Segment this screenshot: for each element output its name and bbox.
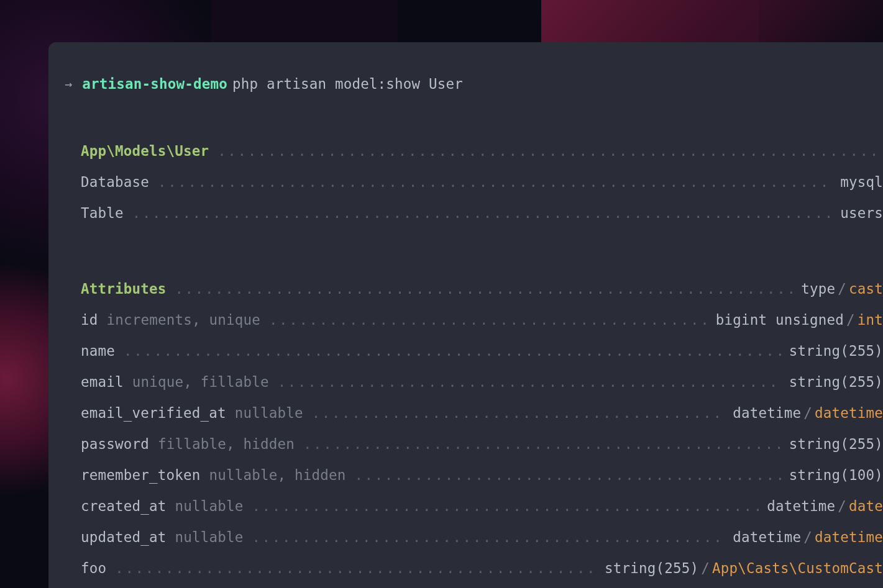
table-label: Table bbox=[81, 205, 124, 221]
attribute-meta: nullable bbox=[235, 405, 303, 421]
dot-leader: ........................................… bbox=[175, 281, 794, 297]
attribute-name: id bbox=[81, 312, 98, 328]
attribute-type: string(255) bbox=[789, 343, 883, 359]
database-row: Database ...............................… bbox=[81, 174, 883, 190]
attribute-type: string(255) bbox=[789, 436, 883, 452]
attribute-meta: increments, unique bbox=[107, 312, 260, 328]
attribute-row: created_atnullable......................… bbox=[81, 498, 883, 514]
dot-leader: ........................................… bbox=[132, 205, 834, 221]
dot-leader: ........................................… bbox=[312, 405, 726, 421]
attributes-header-row: Attributes .............................… bbox=[81, 281, 883, 297]
attribute-row: passwordfillable, hidden................… bbox=[81, 436, 883, 452]
type-cast-separator: / bbox=[838, 498, 846, 514]
attribute-meta: nullable, hidden bbox=[209, 467, 345, 483]
attribute-row: foo.....................................… bbox=[81, 560, 883, 576]
attribute-type: string(255) bbox=[789, 374, 883, 390]
dot-leader: ........................................… bbox=[278, 374, 782, 390]
dot-leader: ........................................… bbox=[252, 498, 760, 514]
database-value: mysql bbox=[840, 174, 883, 190]
database-label: Database bbox=[81, 174, 149, 190]
attributes-type-header: type bbox=[801, 281, 835, 297]
type-cast-separator: / bbox=[803, 529, 812, 545]
attribute-cast: App\Casts\CustomCast bbox=[712, 560, 883, 576]
table-row: Table ..................................… bbox=[81, 205, 883, 221]
attribute-name: email bbox=[81, 374, 124, 390]
attribute-meta: nullable bbox=[175, 529, 243, 545]
attribute-row: email_verified_atnullable...............… bbox=[81, 405, 883, 421]
dot-leader: ........................................… bbox=[303, 436, 782, 452]
attribute-cast: date bbox=[849, 498, 883, 514]
attribute-meta: fillable, hidden bbox=[158, 436, 295, 452]
attribute-name: password bbox=[81, 436, 149, 452]
attribute-cast: datetime bbox=[815, 529, 883, 545]
terminal-window: → artisan-show-demo php artisan model:sh… bbox=[48, 42, 883, 588]
dot-leader: ........................................… bbox=[217, 143, 883, 159]
attribute-cast: int bbox=[858, 312, 883, 328]
attribute-meta: nullable bbox=[175, 498, 243, 514]
attribute-name: name bbox=[81, 343, 115, 359]
attribute-row: updated_atnullable......................… bbox=[81, 529, 883, 545]
attribute-row: emailunique, fillable...................… bbox=[81, 374, 883, 390]
attribute-name: email_verified_at bbox=[81, 405, 226, 421]
attribute-cast: datetime bbox=[815, 405, 883, 421]
attribute-type: datetime bbox=[733, 529, 801, 545]
attribute-meta: unique, fillable bbox=[132, 374, 269, 390]
dot-leader: ........................................… bbox=[124, 343, 782, 359]
prompt-arrow-icon: → bbox=[65, 76, 72, 91]
attribute-row: name....................................… bbox=[81, 343, 883, 359]
type-cast-separator: / bbox=[846, 312, 855, 328]
attribute-type: string(100) bbox=[789, 467, 883, 483]
dot-leader: ........................................… bbox=[115, 560, 598, 576]
attribute-type: datetime bbox=[767, 498, 835, 514]
attributes-label: Attributes bbox=[81, 281, 166, 297]
attribute-name: foo bbox=[81, 560, 106, 576]
attribute-name: remember_token bbox=[81, 467, 200, 483]
prompt-line: → artisan-show-demo php artisan model:sh… bbox=[65, 76, 883, 92]
prompt-directory: artisan-show-demo bbox=[82, 76, 227, 92]
attribute-name: created_at bbox=[81, 498, 166, 514]
type-cast-separator: / bbox=[803, 405, 812, 421]
table-value: users bbox=[840, 205, 883, 221]
attribute-type: bigint unsigned bbox=[716, 312, 844, 328]
attributes-cast-header: cast bbox=[849, 281, 883, 297]
dot-leader: ........................................… bbox=[252, 529, 726, 545]
model-class: App\Models\User bbox=[81, 143, 209, 159]
attribute-name: updated_at bbox=[81, 529, 166, 545]
dot-leader: ........................................… bbox=[158, 174, 833, 190]
attribute-type: string(255) bbox=[605, 560, 698, 576]
dot-leader: ........................................… bbox=[269, 312, 709, 328]
prompt-command: php artisan model:show User bbox=[232, 76, 463, 92]
terminal-output: App\Models\User ........................… bbox=[65, 143, 883, 576]
attribute-type: datetime bbox=[733, 405, 801, 421]
attribute-row: remember_tokennullable, hidden..........… bbox=[81, 467, 883, 483]
dot-leader: ........................................… bbox=[354, 467, 782, 483]
attribute-row: idincrements, unique....................… bbox=[81, 312, 883, 328]
model-header-row: App\Models\User ........................… bbox=[81, 143, 883, 159]
type-cast-separator: / bbox=[701, 560, 710, 576]
type-cast-separator: / bbox=[838, 281, 846, 297]
